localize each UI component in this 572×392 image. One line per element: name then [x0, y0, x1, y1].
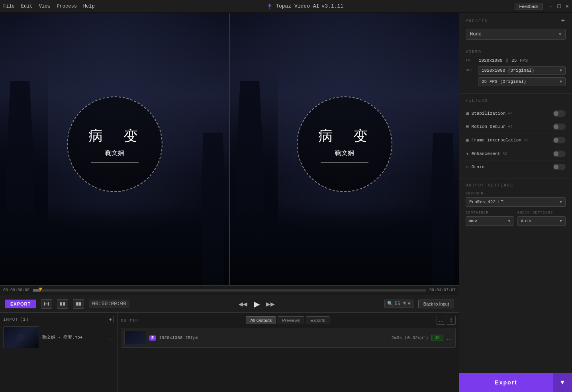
encoder-arrow-icon: ▼ [560, 200, 562, 204]
input-filename: 鞠文娴 - 病变.mp4 [42, 334, 105, 340]
timeline-area: 00:00:00:00 00:04:07:07 [0, 285, 459, 295]
frame-interpolation-toggle[interactable] [553, 137, 566, 143]
output-section-title: OUTPUT [121, 318, 139, 323]
motion-deblur-icon: ≡ [466, 123, 469, 130]
video-out-label: OUT [466, 69, 476, 73]
prev-frame-button[interactable]: ◀◀ [239, 301, 247, 307]
tab-previews[interactable]: Previews [278, 316, 304, 324]
figure-right-right [419, 67, 459, 285]
video-out-res-value: 1920x1080 (Original) [482, 68, 534, 73]
audio-settings-col: AUDIO SETTINGS Auto ▼ [517, 211, 566, 226]
add-input-button[interactable]: + [107, 316, 114, 323]
video-out-res-select[interactable]: 1920x1080 (Original) ▼ [478, 66, 566, 75]
timeline-thumb[interactable] [39, 288, 43, 291]
export-button[interactable]: EXPORT [5, 300, 36, 308]
svg-rect-6 [79, 302, 81, 306]
minimize-button[interactable]: − [549, 4, 552, 9]
output-more-button[interactable]: … [447, 335, 452, 341]
video-out-res-row: OUT 1920x1080 (Original) ▼ [466, 66, 566, 75]
output-thumbnail [124, 331, 146, 345]
menu-file[interactable]: File [3, 4, 15, 9]
menu-edit[interactable]: Edit [21, 4, 33, 9]
figure-right-left [189, 67, 229, 285]
output-action-more[interactable]: … [437, 316, 445, 325]
video-bg-right: 病 变 鞠文娴 [230, 13, 459, 285]
input-section-header: INPUT (1) + [3, 316, 114, 323]
presets-add-button[interactable]: + [561, 18, 566, 25]
container-select[interactable]: mov ▼ [466, 216, 514, 226]
presets-dropdown[interactable]: None ▼ [466, 29, 566, 40]
next-frame-button[interactable]: ▶▶ [266, 301, 275, 307]
zoom-dropdown-icon[interactable]: ▼ [408, 301, 411, 307]
container-col: CONTAINER mov ▼ [466, 211, 514, 226]
svg-rect-2 [48, 302, 49, 306]
output-spec: 1920x1080 25fps [159, 335, 198, 340]
fit-width-button[interactable] [41, 299, 52, 309]
input-more-button[interactable]: … [108, 334, 114, 341]
circle-divider-left [91, 162, 139, 163]
output-progress-bar: 1% [431, 335, 443, 341]
bottom-panel: INPUT (1) + 🎥 鞠文娴 - 病变.mp4 … [0, 312, 459, 392]
export-dropdown-icon[interactable]: ▼ [553, 373, 572, 392]
video-out-fps-select[interactable]: 25 FPS (Original) ▼ [478, 77, 566, 86]
close-button[interactable]: ✕ [566, 4, 569, 9]
right-panel: PRESETS + None ▼ VIDEO IN 1920x1080 @ 25… [459, 13, 572, 392]
app-name: Topaz Video AI [276, 3, 319, 9]
zoom-minus-icon[interactable]: 🔍 [387, 301, 393, 307]
input-section-title: INPUT [3, 317, 18, 322]
container-audio-row: CONTAINER mov ▼ AUDIO SETTINGS Auto ▼ [466, 211, 566, 226]
tab-exports[interactable]: Exports [306, 316, 329, 324]
video-bg-left: 病 变 鞠文娴 [0, 13, 229, 285]
feedback-button[interactable]: Feedback [515, 3, 543, 10]
circle-subtitle-left: 鞠文娴 [105, 149, 124, 157]
export-bottom-button[interactable]: Export ▼ [459, 373, 572, 392]
enhancement-icon: ✦ [466, 150, 469, 157]
back-to-input-button[interactable]: Back to Input [418, 300, 454, 308]
filter-stabilization: ⊞ StabilizationAI [466, 107, 566, 120]
maximize-button[interactable]: □ [557, 4, 560, 9]
menu-view[interactable]: View [39, 4, 51, 9]
filter-stabilization-label: ⊞ StabilizationAI [466, 110, 512, 117]
video-section: VIDEO IN 1920x1080 @ 25 FPS OUT 1920x108… [459, 45, 572, 94]
timecode-display: 00:00:00:00 [89, 300, 129, 308]
stabilization-toggle[interactable] [553, 110, 566, 117]
split-view-button[interactable] [57, 299, 68, 309]
menu-process[interactable]: Process [57, 4, 76, 9]
output-actions: … ⇧ [437, 316, 456, 325]
app-version: v3.1.11 [321, 3, 343, 9]
video-out-fps-row: 25 FPS (Original) ▼ [466, 77, 566, 86]
menu-help[interactable]: Help [83, 4, 95, 9]
audio-settings-select[interactable]: Auto ▼ [517, 216, 566, 226]
video-in-row: IN 1920x1080 @ 25 FPS [466, 58, 566, 63]
output-action-up[interactable]: ⇧ [447, 316, 456, 325]
encoder-select[interactable]: ProRes 422 LT ▼ [466, 197, 566, 207]
circle-title-left: 病 变 [88, 126, 141, 146]
container-label: CONTAINER [466, 211, 514, 215]
grain-toggle[interactable] [553, 164, 566, 170]
enhancement-ai-badge: AI [503, 152, 507, 156]
container-value: mov [469, 219, 477, 223]
play-button[interactable]: ▶ [254, 299, 260, 309]
output-duration: 2m3s (0.02spf) [392, 335, 428, 340]
timeline-start-time: 00:00:00:00 [3, 288, 29, 292]
frame-interpolation-ai-badge: AI [524, 138, 528, 142]
svg-rect-3 [60, 302, 62, 306]
motion-deblur-toggle[interactable] [553, 123, 566, 130]
timeline-bar[interactable] [33, 289, 426, 292]
app-title-area: Topaz Video AI v3.1.11 [266, 3, 343, 10]
circle-subtitle-right: 鞠文娴 [335, 149, 354, 157]
stabilization-icon: ⊞ [466, 110, 469, 117]
filter-enhancement-label: ✦ EnhancementAI [466, 150, 507, 157]
enhancement-toggle[interactable] [553, 151, 566, 157]
video-out-fps-arrow-icon: ▼ [560, 80, 562, 84]
titlebar-right: Feedback − □ ✕ [515, 3, 569, 10]
compare-button[interactable] [73, 299, 84, 309]
topaz-logo-icon [266, 3, 273, 10]
main-layout: 病 变 鞠文娴 病 变 鞠文娴 [0, 13, 572, 392]
output-row: E 1920x1080 25fps 2m3s (0.02spf) 1% … [121, 328, 456, 348]
video-area: 病 变 鞠文娴 病 变 鞠文娴 [0, 13, 459, 392]
presets-dropdown-arrow-icon: ▼ [559, 32, 561, 37]
input-section: INPUT (1) + 🎥 鞠文娴 - 病变.mp4 … [0, 313, 118, 392]
output-settings-section: OUTPUT SETTINGS ENCODER ProRes 422 LT ▼ … [459, 178, 572, 234]
tab-all-outputs[interactable]: All Outputs [246, 316, 276, 324]
